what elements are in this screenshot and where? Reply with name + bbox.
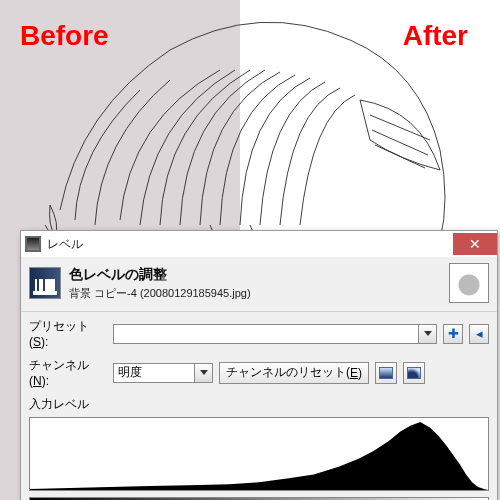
dialog-header: 色レベルの調整 背景 コピー-4 (20080129185945.jpg) — [21, 257, 497, 312]
titlebar[interactable]: レベル ✕ — [21, 231, 497, 257]
reset-channel-button[interactable]: チャンネルのリセット(E) — [219, 362, 369, 384]
linear-scale-icon — [379, 367, 393, 379]
preset-row: プリセット(S): ✚ ◂ — [29, 318, 489, 349]
channel-combo[interactable]: 明度 — [113, 363, 213, 383]
preset-dropdown-button[interactable] — [419, 324, 437, 344]
chevron-down-icon — [424, 331, 432, 336]
log-scale-button[interactable] — [403, 362, 425, 384]
levels-dialog: レベル ✕ 色レベルの調整 背景 コピー-4 (20080129185945.j… — [20, 230, 498, 500]
preset-label: プリセット(S): — [29, 318, 107, 349]
chevron-down-icon — [200, 370, 208, 375]
window-title: レベル — [47, 236, 453, 253]
channel-dropdown-button[interactable] — [195, 363, 213, 383]
preset-menu-button[interactable]: ◂ — [469, 324, 489, 344]
channel-row: チャンネル(N): 明度 チャンネルのリセット(E) — [29, 357, 489, 388]
before-label: Before — [20, 20, 109, 52]
gimp-icon — [25, 236, 41, 252]
log-scale-icon — [407, 367, 421, 379]
thumbnail-icon — [449, 263, 489, 303]
dialog-subtitle: 背景 コピー-4 (20080129185945.jpg) — [69, 286, 449, 301]
channel-label: チャンネル(N): — [29, 357, 107, 388]
histogram-icon — [29, 267, 61, 299]
preset-input[interactable] — [113, 324, 419, 344]
input-levels-label: 入力レベル — [29, 396, 489, 413]
histogram — [29, 417, 489, 491]
add-preset-button[interactable]: ✚ — [443, 324, 463, 344]
close-button[interactable]: ✕ — [453, 233, 497, 255]
linear-scale-button[interactable] — [375, 362, 397, 384]
channel-value[interactable]: 明度 — [113, 363, 195, 383]
preset-combo[interactable] — [113, 324, 437, 344]
after-label: After — [403, 20, 468, 52]
dialog-title: 色レベルの調整 — [69, 266, 449, 284]
close-icon: ✕ — [469, 237, 481, 251]
